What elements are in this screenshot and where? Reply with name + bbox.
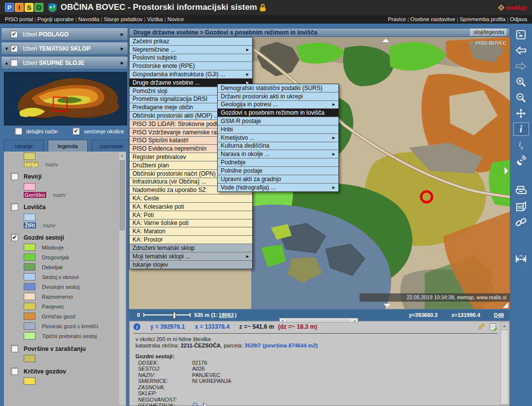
menubar-link[interactable]: Osebne nastavitve: [406, 16, 455, 22]
legend-scrollbar-thumb[interactable]: [120, 160, 125, 230]
menu-item[interactable]: Poslovni subjekti: [130, 54, 252, 62]
print-icon[interactable]: [513, 184, 529, 197]
layers-legend-button[interactable]: sloji/legenda: [470, 29, 507, 36]
tab-iskanje[interactable]: iskanje: [4, 140, 44, 152]
submenu-item[interactable]: Demografski statistični podatki (SURS): [218, 84, 338, 93]
overview-map[interactable]: [4, 72, 127, 125]
menubar-link[interactable]: PISO portal: [5, 16, 33, 22]
zoom-in-icon[interactable]: [513, 75, 529, 89]
menu-item[interactable]: KA: Poti: [130, 211, 252, 219]
info-field-row: SKLEP:: [135, 391, 496, 397]
menu-item[interactable]: KA: Kolesarske poti: [130, 203, 252, 211]
accordion-checkbox[interactable]: [10, 59, 18, 66]
submenu-item[interactable]: Kulturna dediščina: [218, 142, 338, 151]
menu-item[interactable]: KA: Maraton: [130, 227, 252, 236]
info-icon[interactable]: i: [513, 123, 529, 136]
submenu-item[interactable]: Polnilne postaje: [218, 167, 338, 175]
datum-link[interactable]: D48: [494, 312, 504, 318]
menubar-link[interactable]: Novice: [163, 16, 184, 22]
edit-pencil-icon[interactable]: [477, 323, 486, 331]
submenu-item[interactable]: Kmetijstvo ...: [218, 134, 338, 142]
legend-item-label: Sestoj v obnovi: [42, 274, 79, 280]
menubar-link[interactable]: Pravice: [388, 16, 406, 22]
sidebar-accordion-podlago[interactable]: Izberi PODLAGO►: [1, 28, 128, 41]
full-extent-icon[interactable]: [513, 28, 529, 41]
menu-item[interactable]: KA: Varne šolske poti: [130, 219, 252, 228]
zoom-out-icon[interactable]: [513, 91, 529, 104]
expander-down-icon[interactable]: ▼: [3, 46, 10, 51]
submenu-item[interactable]: GSM-R postaje: [218, 117, 338, 125]
sidebar-accordion-tematski-sklop[interactable]: ▼Izberi TEMATSKI SKLOP►: [1, 42, 128, 55]
scale-ratio-link[interactable]: 18063: [219, 312, 234, 318]
sidebar-accordion-skupne-sloje[interactable]: ▲Izberi SKUPNE SLOJE►: [1, 56, 128, 69]
submenu-item[interactable]: Hribi: [218, 125, 338, 134]
menu-item[interactable]: Začetni prikaz: [130, 37, 252, 46]
menu-item[interactable]: Prostorske enote (RPE): [130, 62, 252, 70]
submenu-item[interactable]: Vode (hidrografija) ...: [218, 184, 338, 192]
menu-item[interactable]: KA: Prostor: [130, 236, 252, 244]
info-advanced-icon[interactable]: ig: [513, 138, 529, 152]
link-icon[interactable]: [513, 216, 529, 229]
scale-slider-handle[interactable]: [173, 312, 176, 319]
menubar-link[interactable]: Sprememba profila: [455, 16, 505, 22]
option-checkbox[interactable]: [15, 127, 22, 135]
back-icon[interactable]: [513, 44, 529, 57]
submenu-item[interactable]: Podnebje: [218, 158, 338, 167]
cursor-y-coordinate: y=393660.3: [409, 312, 437, 318]
tab-zaznamki[interactable]: zaznamki: [92, 140, 132, 152]
submenu-item[interactable]: Državni prostorski akti in ukrepi: [218, 93, 338, 101]
panel-resize-handle[interactable]: ▲ ▲: [279, 318, 358, 322]
legend-item: Dvoslojni sestoj: [24, 283, 117, 290]
submenu-item[interactable]: Geologija in potresi ...: [218, 101, 338, 109]
option-shading[interactable]: senčenje okolice: [72, 127, 124, 135]
forward-icon[interactable]: [513, 60, 529, 73]
menu-item-label: KA: Varne šolske poti: [133, 219, 189, 226]
magnifier-icon[interactable]: [192, 402, 200, 406]
info-field-label: ZASNOVA:: [135, 384, 192, 391]
menubar-link[interactable]: Navodila: [74, 16, 100, 22]
menu-item[interactable]: KA: Ceste: [130, 194, 252, 203]
scroll-up-icon[interactable]: ▲: [119, 153, 125, 158]
info-line-address: v okolici 200 m ni hišne številke: [135, 336, 496, 343]
option-checkbox[interactable]: [72, 127, 80, 135]
piso-logo[interactable]: PISO: [5, 3, 43, 12]
tab-legenda[interactable]: legenda: [48, 140, 88, 152]
cadastral-municipality: 2211-ČEZSOČA: [181, 343, 221, 348]
menu-item[interactable]: Moji tematski sklopi ...: [130, 252, 252, 261]
sidebar-options: detajlni načinsenčenje okolice: [4, 127, 127, 135]
pan-icon[interactable]: [513, 107, 529, 120]
menubar-link[interactable]: Pogoji uporabe: [33, 16, 74, 22]
menu-item[interactable]: Gospodarska infrastruktura (GJI) ...: [130, 70, 252, 79]
menu-item[interactable]: Nepremičnine ...: [130, 46, 252, 54]
expander-up-icon[interactable]: ▲: [3, 61, 10, 65]
submenu-item[interactable]: Gozdovi s posebnim režimom in lovišča: [218, 109, 338, 117]
accordion-checkbox[interactable]: [10, 31, 18, 38]
menu-item[interactable]: Združeni tematski sklop: [130, 244, 252, 252]
legend-item-label: Drogovnjak: [42, 254, 69, 260]
legend-item-label: Debeljak: [42, 264, 63, 270]
view-3d-icon[interactable]: 3D: [513, 200, 529, 213]
legend-group-checkbox[interactable]: [11, 234, 18, 241]
info-scrollbar[interactable]: ▲: [500, 322, 508, 405]
scroll-up-icon[interactable]: ▲: [501, 323, 508, 330]
menubar-link[interactable]: Vizitka: [143, 16, 163, 22]
submenu-item[interactable]: Narava in okolje ...: [218, 150, 338, 158]
legend-group-checkbox[interactable]: [11, 345, 18, 352]
option-label: detajlni način: [26, 128, 58, 134]
submenu-item[interactable]: Upravni akti za gradnjo: [218, 175, 338, 184]
notes-icon[interactable]: [489, 323, 498, 331]
gps-icon[interactable]: [513, 154, 529, 167]
accordion-checkbox[interactable]: [10, 45, 18, 52]
legend-group-checkbox[interactable]: [11, 203, 18, 211]
legend-scrollbar[interactable]: ▲: [119, 153, 125, 405]
menu-item[interactable]: Iskanje slojev: [130, 261, 252, 269]
legend-group-checkbox[interactable]: [11, 368, 18, 375]
option-detail-mode[interactable]: detajlni način: [15, 127, 58, 135]
scale-ratio-prefix: (1:: [211, 312, 217, 318]
parcel-link[interactable]: 3539/7 (površina 874644 m2): [244, 343, 318, 348]
measure-icon[interactable]: m: [513, 251, 529, 265]
legend-group-checkbox[interactable]: [11, 173, 18, 180]
menubar-link[interactable]: Odjava: [505, 16, 527, 22]
scale-bar[interactable]: [143, 314, 191, 315]
menubar-link[interactable]: Stanje podatkov: [100, 16, 143, 22]
